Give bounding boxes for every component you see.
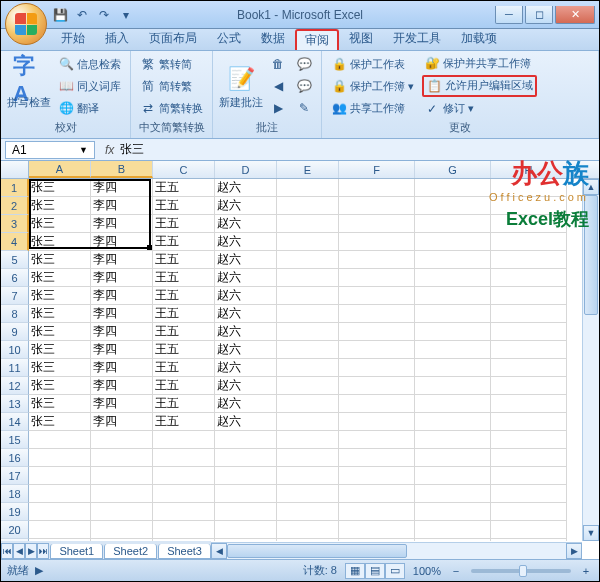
cell[interactable] [491, 431, 567, 449]
name-box[interactable]: A1▼ [5, 141, 95, 159]
cell[interactable] [415, 395, 491, 413]
cell[interactable]: 张三 [29, 305, 91, 323]
cell[interactable] [339, 359, 415, 377]
cell[interactable] [277, 503, 339, 521]
scroll-h-thumb[interactable] [227, 544, 407, 558]
cell[interactable] [415, 215, 491, 233]
cell[interactable]: 张三 [29, 359, 91, 377]
zoom-slider[interactable] [471, 569, 571, 573]
cell[interactable]: 赵六 [215, 413, 277, 431]
cell[interactable]: 赵六 [215, 341, 277, 359]
row-header-20[interactable]: 20 [1, 521, 29, 539]
cell[interactable] [91, 503, 153, 521]
cell[interactable] [415, 467, 491, 485]
cell[interactable] [277, 251, 339, 269]
office-button[interactable] [5, 3, 47, 45]
new-comment-button[interactable]: 📝 新建批注 [217, 53, 265, 119]
protect-sheet-button[interactable]: 🔒保护工作表 [329, 55, 416, 73]
fx-icon[interactable]: fx [99, 143, 120, 157]
view-pagebreak-button[interactable]: ▭ [385, 563, 405, 579]
status-macro-icon[interactable]: ▶ [35, 564, 43, 577]
protect-workbook-button[interactable]: 🔒保护工作簿 ▾ [329, 77, 416, 95]
qat-dropdown-icon[interactable]: ▾ [117, 6, 135, 24]
cell[interactable] [277, 179, 339, 197]
cell[interactable] [277, 233, 339, 251]
cell[interactable] [415, 503, 491, 521]
cell[interactable]: 张三 [29, 269, 91, 287]
cell[interactable] [277, 467, 339, 485]
cell[interactable] [215, 485, 277, 503]
cell[interactable]: 李四 [91, 197, 153, 215]
trad-to-simp-button[interactable]: 繁繁转简 [138, 55, 205, 73]
cell[interactable]: 张三 [29, 377, 91, 395]
save-icon[interactable]: 💾 [51, 6, 69, 24]
cell[interactable] [491, 251, 567, 269]
next-comment-button[interactable]: ▶ [268, 99, 288, 117]
cell[interactable] [415, 179, 491, 197]
zoom-in-button[interactable]: + [579, 565, 593, 577]
cell[interactable] [415, 521, 491, 539]
cell[interactable] [339, 395, 415, 413]
cell[interactable]: 赵六 [215, 395, 277, 413]
row-header-18[interactable]: 18 [1, 485, 29, 503]
cell[interactable]: 王五 [153, 377, 215, 395]
cell[interactable]: 张三 [29, 341, 91, 359]
cell[interactable]: 李四 [91, 179, 153, 197]
cell[interactable] [153, 503, 215, 521]
prev-comment-button[interactable]: ◀ [268, 77, 288, 95]
cell[interactable]: 王五 [153, 179, 215, 197]
cell[interactable] [153, 431, 215, 449]
cell[interactable] [339, 179, 415, 197]
protect-share-button[interactable]: 🔐保护并共享工作簿 [422, 54, 537, 72]
cell[interactable] [339, 305, 415, 323]
cell[interactable]: 张三 [29, 233, 91, 251]
cell[interactable] [491, 539, 567, 541]
cell[interactable]: 李四 [91, 215, 153, 233]
cell[interactable]: 王五 [153, 341, 215, 359]
cell[interactable] [415, 197, 491, 215]
cell[interactable] [215, 503, 277, 521]
vertical-scrollbar[interactable]: ▲ ▼ [582, 179, 599, 541]
cell[interactable] [339, 449, 415, 467]
scroll-up-button[interactable]: ▲ [583, 179, 599, 195]
cell[interactable] [491, 179, 567, 197]
chinese-convert-button[interactable]: ⇄简繁转换 [138, 99, 205, 117]
col-header-F[interactable]: F [339, 161, 415, 178]
row-header-6[interactable]: 6 [1, 269, 29, 287]
sheet-tab-Sheet3[interactable]: Sheet3 [158, 544, 211, 559]
row-header-15[interactable]: 15 [1, 431, 29, 449]
show-all-comments-button[interactable]: 💬 [294, 77, 314, 95]
cell[interactable] [29, 503, 91, 521]
cell[interactable] [491, 341, 567, 359]
tab-插入[interactable]: 插入 [95, 27, 139, 50]
sheet-tab-Sheet2[interactable]: Sheet2 [104, 544, 157, 559]
cell[interactable] [339, 521, 415, 539]
thesaurus-button[interactable]: 📖同义词库 [56, 77, 123, 95]
maximize-button[interactable]: ◻ [525, 6, 553, 24]
cell[interactable]: 赵六 [215, 251, 277, 269]
cell[interactable] [339, 341, 415, 359]
cell[interactable] [277, 197, 339, 215]
cell[interactable] [491, 503, 567, 521]
cell[interactable]: 李四 [91, 341, 153, 359]
cell[interactable] [491, 467, 567, 485]
tab-加载项[interactable]: 加载项 [451, 27, 507, 50]
cell[interactable] [29, 467, 91, 485]
cell[interactable]: 王五 [153, 287, 215, 305]
zoom-level[interactable]: 100% [413, 565, 441, 577]
cell[interactable] [339, 233, 415, 251]
cell[interactable]: 赵六 [215, 305, 277, 323]
cell[interactable]: 赵六 [215, 233, 277, 251]
cell[interactable] [415, 431, 491, 449]
show-comment-button[interactable]: 💬 [294, 55, 314, 73]
research-button[interactable]: 🔍信息检索 [56, 55, 123, 73]
row-header-10[interactable]: 10 [1, 341, 29, 359]
spreadsheet-grid[interactable]: ABCDEFGH 1张三李四王五赵六2张三李四王五赵六3张三李四王五赵六4张三李… [1, 161, 599, 541]
cell[interactable] [339, 287, 415, 305]
cell[interactable]: 李四 [91, 359, 153, 377]
row-header-19[interactable]: 19 [1, 503, 29, 521]
show-ink-button[interactable]: ✎ [294, 99, 314, 117]
cell[interactable] [215, 539, 277, 541]
cell[interactable] [277, 413, 339, 431]
sheet-nav-next[interactable]: ▶ [25, 543, 37, 559]
